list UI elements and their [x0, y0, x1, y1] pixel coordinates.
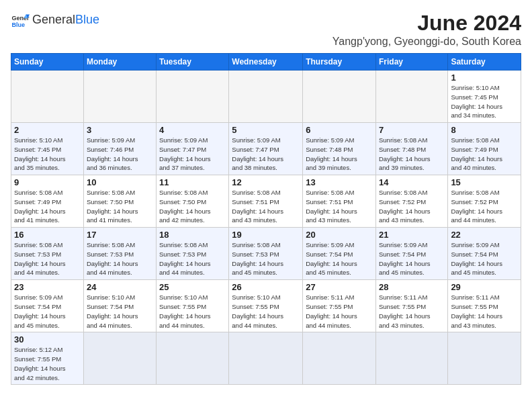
logo-general: General [32, 13, 75, 26]
day-number: 27 [306, 282, 373, 292]
calendar-week-row: 23Sunrise: 5:09 AMSunset: 7:54 PMDayligh… [11, 280, 521, 332]
calendar-week-row: 9Sunrise: 5:08 AMSunset: 7:49 PMDaylight… [11, 175, 521, 228]
calendar-day-cell: 30Sunrise: 5:12 AMSunset: 7:55 PMDayligh… [11, 332, 84, 385]
calendar-day-cell: 14Sunrise: 5:08 AMSunset: 7:52 PMDayligh… [375, 175, 447, 228]
col-header-sunday: Sunday [11, 54, 84, 71]
calendar-day-cell: 18Sunrise: 5:08 AMSunset: 7:53 PMDayligh… [157, 228, 229, 280]
day-info: Sunrise: 5:09 AMSunset: 7:54 PMDaylight:… [306, 240, 373, 277]
day-info: Sunrise: 5:10 AMSunset: 7:54 PMDaylight:… [87, 293, 153, 330]
calendar-day-cell: 19Sunrise: 5:08 AMSunset: 7:53 PMDayligh… [229, 228, 303, 280]
day-info: Sunrise: 5:09 AMSunset: 7:47 PMDaylight:… [159, 136, 226, 173]
day-info: Sunrise: 5:10 AMSunset: 7:45 PMDaylight:… [451, 83, 518, 120]
day-info: Sunrise: 5:08 AMSunset: 7:50 PMDaylight:… [87, 188, 153, 225]
calendar-day-cell [83, 332, 156, 385]
day-info: Sunrise: 5:08 AMSunset: 7:53 PMDaylight:… [232, 240, 300, 277]
day-info: Sunrise: 5:08 AMSunset: 7:51 PMDaylight:… [232, 188, 300, 225]
day-number: 18 [159, 230, 226, 240]
calendar-day-cell [448, 332, 521, 385]
day-info: Sunrise: 5:08 AMSunset: 7:49 PMDaylight:… [451, 136, 518, 173]
calendar-day-cell: 23Sunrise: 5:09 AMSunset: 7:54 PMDayligh… [11, 280, 84, 332]
day-number: 22 [451, 230, 518, 240]
day-info: Sunrise: 5:08 AMSunset: 7:51 PMDaylight:… [306, 188, 373, 225]
day-info: Sunrise: 5:08 AMSunset: 7:53 PMDaylight:… [14, 240, 81, 277]
day-number: 12 [232, 177, 300, 187]
day-number: 11 [159, 177, 226, 187]
calendar-day-cell: 27Sunrise: 5:11 AMSunset: 7:55 PMDayligh… [303, 280, 376, 332]
calendar-header-row: SundayMondayTuesdayWednesdayThursdayFrid… [11, 54, 521, 71]
day-number: 16 [14, 230, 81, 240]
calendar-day-cell: 9Sunrise: 5:08 AMSunset: 7:49 PMDaylight… [11, 175, 84, 228]
day-info: Sunrise: 5:08 AMSunset: 7:50 PMDaylight:… [159, 188, 226, 225]
day-number: 1 [451, 73, 518, 83]
day-number: 3 [87, 125, 153, 135]
calendar-day-cell: 13Sunrise: 5:08 AMSunset: 7:51 PMDayligh… [303, 175, 376, 228]
day-number: 26 [232, 282, 300, 292]
calendar-day-cell: 22Sunrise: 5:09 AMSunset: 7:54 PMDayligh… [448, 228, 521, 280]
day-info: Sunrise: 5:12 AMSunset: 7:55 PMDaylight:… [14, 345, 81, 382]
day-number: 25 [159, 282, 226, 292]
calendar-day-cell: 11Sunrise: 5:08 AMSunset: 7:50 PMDayligh… [157, 175, 229, 228]
day-number: 6 [306, 125, 373, 135]
day-info: Sunrise: 5:08 AMSunset: 7:53 PMDaylight:… [87, 240, 153, 277]
day-number: 7 [379, 125, 445, 135]
calendar-day-cell [375, 332, 447, 385]
day-number: 28 [379, 282, 445, 292]
day-info: Sunrise: 5:10 AMSunset: 7:55 PMDaylight:… [159, 293, 226, 330]
location-title: Yangp'yong, Gyeonggi-do, South Korea [332, 36, 521, 48]
day-number: 19 [232, 230, 300, 240]
month-title: June 2024 [332, 11, 521, 36]
logo-text: GeneralBlue [32, 13, 99, 27]
day-info: Sunrise: 5:08 AMSunset: 7:52 PMDaylight:… [451, 188, 518, 225]
calendar-week-row: 2Sunrise: 5:10 AMSunset: 7:45 PMDaylight… [11, 123, 521, 175]
calendar-day-cell: 16Sunrise: 5:08 AMSunset: 7:53 PMDayligh… [11, 228, 84, 280]
day-info: Sunrise: 5:10 AMSunset: 7:55 PMDaylight:… [232, 293, 300, 330]
day-number: 15 [451, 177, 518, 187]
col-header-monday: Monday [83, 54, 156, 71]
calendar-day-cell [229, 332, 303, 385]
calendar-day-cell: 24Sunrise: 5:10 AMSunset: 7:54 PMDayligh… [83, 280, 156, 332]
calendar-day-cell: 4Sunrise: 5:09 AMSunset: 7:47 PMDaylight… [157, 123, 229, 175]
calendar-week-row: 16Sunrise: 5:08 AMSunset: 7:53 PMDayligh… [11, 228, 521, 280]
day-number: 9 [14, 177, 81, 187]
day-info: Sunrise: 5:09 AMSunset: 7:47 PMDaylight:… [232, 136, 300, 173]
calendar-day-cell [157, 332, 229, 385]
calendar-day-cell: 6Sunrise: 5:09 AMSunset: 7:48 PMDaylight… [303, 123, 376, 175]
day-info: Sunrise: 5:08 AMSunset: 7:52 PMDaylight:… [379, 188, 445, 225]
calendar-day-cell: 3Sunrise: 5:09 AMSunset: 7:46 PMDaylight… [83, 123, 156, 175]
day-info: Sunrise: 5:08 AMSunset: 7:48 PMDaylight:… [379, 136, 445, 173]
col-header-tuesday: Tuesday [157, 54, 229, 71]
day-number: 14 [379, 177, 445, 187]
calendar-day-cell: 28Sunrise: 5:11 AMSunset: 7:55 PMDayligh… [375, 280, 447, 332]
calendar-day-cell [157, 71, 229, 123]
calendar-day-cell: 15Sunrise: 5:08 AMSunset: 7:52 PMDayligh… [448, 175, 521, 228]
calendar-table: SundayMondayTuesdayWednesdayThursdayFrid… [11, 53, 521, 385]
day-number: 4 [159, 125, 226, 135]
calendar-day-cell: 26Sunrise: 5:10 AMSunset: 7:55 PMDayligh… [229, 280, 303, 332]
calendar-day-cell: 12Sunrise: 5:08 AMSunset: 7:51 PMDayligh… [229, 175, 303, 228]
calendar-week-row: 1Sunrise: 5:10 AMSunset: 7:45 PMDaylight… [11, 71, 521, 123]
day-number: 20 [306, 230, 373, 240]
calendar-day-cell: 5Sunrise: 5:09 AMSunset: 7:47 PMDaylight… [229, 123, 303, 175]
day-number: 8 [451, 125, 518, 135]
day-number: 17 [87, 230, 153, 240]
calendar-day-cell: 8Sunrise: 5:08 AMSunset: 7:49 PMDaylight… [448, 123, 521, 175]
calendar-week-row: 30Sunrise: 5:12 AMSunset: 7:55 PMDayligh… [11, 332, 521, 385]
page-header: General Blue GeneralBlue June 2024 Yangp… [11, 11, 521, 48]
col-header-thursday: Thursday [303, 54, 376, 71]
calendar-day-cell: 7Sunrise: 5:08 AMSunset: 7:48 PMDaylight… [375, 123, 447, 175]
calendar-day-cell: 17Sunrise: 5:08 AMSunset: 7:53 PMDayligh… [83, 228, 156, 280]
calendar-day-cell [375, 71, 447, 123]
day-number: 2 [14, 125, 81, 135]
day-info: Sunrise: 5:08 AMSunset: 7:49 PMDaylight:… [14, 188, 81, 225]
col-header-saturday: Saturday [448, 54, 521, 71]
svg-text:Blue: Blue [11, 21, 25, 28]
day-number: 10 [87, 177, 153, 187]
day-number: 21 [379, 230, 445, 240]
day-info: Sunrise: 5:09 AMSunset: 7:54 PMDaylight:… [14, 293, 81, 330]
day-info: Sunrise: 5:09 AMSunset: 7:54 PMDaylight:… [451, 240, 518, 277]
calendar-day-cell [229, 71, 303, 123]
calendar-day-cell [303, 71, 376, 123]
day-info: Sunrise: 5:11 AMSunset: 7:55 PMDaylight:… [451, 293, 518, 330]
calendar-day-cell: 20Sunrise: 5:09 AMSunset: 7:54 PMDayligh… [303, 228, 376, 280]
logo: General Blue GeneralBlue [11, 11, 99, 30]
